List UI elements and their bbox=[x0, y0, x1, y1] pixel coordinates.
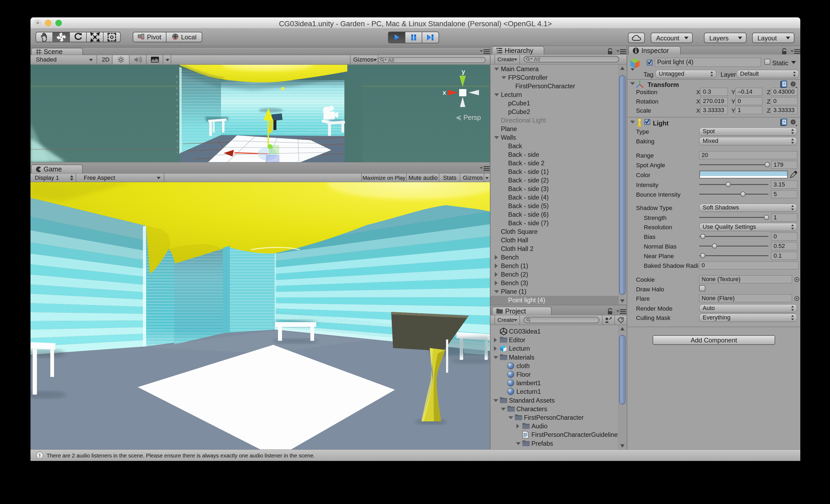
svg-text:x: x bbox=[443, 89, 446, 96]
svg-text:≼ Persp: ≼ Persp bbox=[456, 114, 481, 121]
svg-text:?: ? bbox=[783, 82, 785, 86]
svg-text:y: y bbox=[461, 68, 465, 75]
svg-text:?: ? bbox=[783, 120, 785, 124]
